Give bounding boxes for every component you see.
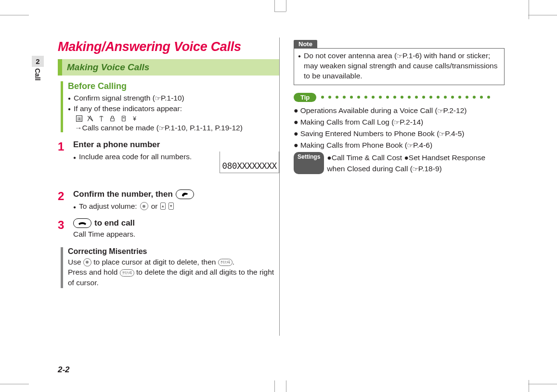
correcting-misentries-box: Correcting Misentries Use to place curso…	[61, 247, 279, 288]
crop-mark	[528, 15, 557, 15]
lock-icon	[109, 115, 116, 122]
list-item: ●Making Calls from Call Log (☞P.2-14)	[294, 116, 505, 128]
step-number: 1	[58, 140, 67, 173]
settings-line: Settings ●Call Time & Call Cost ●Set Han…	[294, 152, 505, 175]
list-item: ● Confirm signal strength (☞P.1-10)	[68, 93, 279, 103]
page-number: 2-2	[58, 365, 70, 375]
text: Confirm signal strength (☞P.1-10)	[74, 93, 184, 103]
chapter-number: 2	[32, 56, 44, 67]
yen-icon: ¥	[131, 115, 138, 122]
list-item: ● Do not cover antenna area (☞P.1-6) wit…	[298, 51, 500, 81]
tip-header: Tip	[294, 93, 505, 102]
text: Use to place cursor at digit to delete, …	[68, 257, 279, 267]
crop-mark	[274, 0, 275, 12]
card-icon	[120, 115, 127, 122]
nav-key-icon	[140, 202, 148, 210]
left-column: Making/Answering Voice Calls Making Voic…	[58, 39, 279, 361]
crop-mark	[0, 15, 29, 15]
down-key-icon: ▾	[168, 202, 174, 210]
text: Press and hold ｸﾘｱﾒﾓ to delete the digit…	[68, 267, 279, 288]
crop-mark	[0, 384, 29, 384]
right-column: Note ● Do not cover antenna area (☞P.1-6…	[294, 39, 505, 361]
svg-text:¥: ¥	[132, 115, 136, 122]
text: If any of these indicators appear:	[74, 104, 182, 114]
crop-mark	[529, 0, 529, 19]
bullet-icon: ●	[68, 106, 71, 114]
crop-mark	[286, 0, 286, 12]
reference-icon: ☞	[396, 52, 403, 61]
list-item: ●Making Calls from Phone Book (☞P.4-6)	[294, 139, 505, 151]
nav-key-icon	[83, 258, 91, 266]
bullet-icon: ●	[73, 154, 76, 161]
reference-icon: ☞	[158, 125, 165, 132]
text: Saving Entered Numbers to Phone Book (☞P…	[300, 128, 465, 139]
crop-mark	[274, 380, 275, 392]
bullet-icon: ●	[294, 139, 298, 151]
bullet-icon: ●	[298, 53, 301, 81]
reference-icon: ☞	[155, 94, 161, 103]
svg-rect-3	[111, 118, 115, 121]
step-1: 1 Enter a phone number 080XXXXXXXX ● Inc…	[58, 140, 279, 173]
call-key-icon	[176, 190, 194, 199]
reference-icon: ☞	[439, 129, 445, 139]
antenna-icon	[98, 115, 105, 122]
before-calling-heading: Before Calling	[68, 81, 279, 91]
text: →Calls cannot be made (☞P.1-10, P.1-11, …	[75, 124, 279, 132]
note-block: Note ● Do not cover antenna area (☞P.1-6…	[294, 39, 505, 85]
reference-icon: ☞	[393, 118, 400, 127]
list-item: ● To adjust volume: or ▴ ▾	[73, 201, 279, 212]
text: To adjust volume:	[79, 201, 137, 212]
reference-icon: ☞	[412, 164, 419, 174]
crop-mark	[286, 380, 286, 392]
tip-dots	[321, 96, 505, 99]
svg-text:圏: 圏	[78, 117, 81, 121]
crop-mark	[274, 12, 286, 12]
reference-icon: ☞	[437, 106, 443, 116]
before-calling-box: Before Calling ● Confirm signal strength…	[61, 81, 279, 132]
tip-label: Tip	[294, 93, 316, 102]
crop-mark	[528, 384, 557, 384]
step-number: 3	[58, 218, 67, 239]
step-number: 2	[58, 190, 67, 212]
clear-key-icon: ｸﾘｱﾒﾓ	[120, 269, 134, 277]
svg-line-2	[88, 116, 93, 121]
text: Making Calls from Phone Book (☞P.4-6)	[300, 139, 432, 151]
note-label: Note	[294, 40, 317, 48]
step-title: Enter a phone number	[73, 140, 279, 150]
step-2: 2 Confirm the number, then ● To adjust v…	[58, 190, 279, 212]
section-heading: Making Voice Calls	[58, 59, 279, 76]
crop-mark	[529, 380, 529, 392]
text: Call Time appears.	[73, 230, 279, 239]
svg-rect-5	[123, 117, 125, 118]
text: Operations Available during a Voice Call…	[300, 105, 467, 116]
misentries-heading: Correcting Misentries	[68, 247, 279, 256]
clear-key-icon: ｸﾘｱﾒﾓ	[218, 259, 233, 266]
phone-number-display: 080XXXXXXXX	[220, 152, 279, 173]
text: Include area code for all numbers.	[79, 152, 192, 162]
settings-label: Settings	[294, 152, 324, 175]
bullet-icon: ●	[68, 95, 71, 103]
page-title: Making/Answering Voice Calls	[58, 39, 279, 54]
indicator-icons-row: 圏 ¥	[76, 115, 279, 122]
bullet-icon: ●	[73, 204, 76, 211]
chapter-tab: 2 Call	[32, 56, 44, 81]
text: Making Calls from Call Log (☞P.2-14)	[300, 116, 424, 128]
bullet-icon: ●	[294, 105, 298, 116]
up-key-icon: ▴	[160, 202, 166, 210]
list-item: ●Operations Available during a Voice Cal…	[294, 105, 505, 116]
text: ●Call Time & Call Cost ●Set Handset Resp…	[327, 152, 505, 175]
svg-rect-4	[122, 116, 126, 121]
bullet-icon: ●	[294, 116, 298, 128]
text: or	[151, 201, 158, 212]
list-item: ● Include area code for all numbers.	[73, 152, 220, 162]
list-item: ●Saving Entered Numbers to Phone Book (☞…	[294, 128, 505, 139]
reference-icon: ☞	[407, 141, 414, 151]
bullet-icon: ●	[294, 128, 298, 139]
chapter-label: Call	[34, 68, 41, 81]
step-title: to end call	[73, 218, 279, 228]
list-item: ● If any of these indicators appear:	[68, 104, 279, 114]
no-service-icon: 圏	[76, 115, 83, 122]
no-signal-icon	[87, 115, 94, 122]
step-3: 3 to end call Call Time appears.	[58, 218, 279, 239]
step-title: Confirm the number, then	[73, 190, 279, 199]
